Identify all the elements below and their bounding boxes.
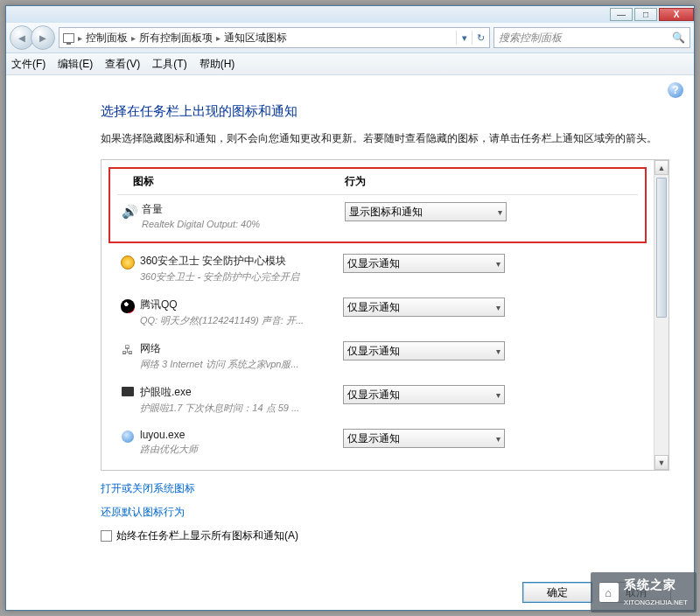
icon-list: 图标 行为 🔊 音量 Realtek Digital Output: 40% 显… (102, 160, 654, 470)
content-area: ? 选择在任务栏上出现的图标和通知 如果选择隐藏图标和通知，则不会向您通知更改和… (6, 75, 694, 610)
computer-icon (63, 33, 74, 43)
row-name: luyou.exe (140, 429, 343, 441)
address-dropdown-icon[interactable]: ▾ (456, 31, 470, 45)
list-row: 🖧 网络 网络 3 Internet 访问 系统之家vpn服... 仅显示通知 (116, 334, 640, 378)
list-header: 图标 行为 (117, 174, 638, 195)
behavior-select[interactable]: 显示图标和通知 (345, 202, 507, 221)
breadcrumb-seg[interactable]: 所有控制面板项 (139, 31, 213, 46)
row-name: 音量 (142, 202, 345, 217)
behavior-select[interactable]: 仅显示通知 (343, 254, 505, 273)
breadcrumb-seg[interactable]: 通知区域图标 (224, 31, 287, 46)
row-name: 护眼啦.exe (140, 385, 343, 400)
link-restore-defaults[interactable]: 还原默认图标行为 (101, 505, 669, 520)
always-show-checkbox[interactable] (101, 530, 112, 542)
search-input[interactable]: 搜索控制面板 🔍 (494, 27, 690, 48)
scroll-down-button[interactable]: ▼ (654, 455, 668, 470)
breadcrumb-seg[interactable]: 控制面板 (86, 31, 128, 46)
forward-button[interactable]: ► (31, 25, 55, 50)
control-panel-window: — □ X ◄ ► ▸ 控制面板 ▸ 所有控制面板项 ▸ 通知区域图标 ▾ ↻ … (5, 5, 695, 611)
breadcrumb-sep-icon: ▸ (78, 33, 82, 43)
page-title: 选择在任务栏上出现的图标和通知 (101, 103, 669, 120)
eyecare-icon (122, 387, 134, 396)
help-icon[interactable]: ? (668, 82, 683, 98)
list-row: 腾讯QQ QQ: 明天夕然(1124241149) 声音: 开... 仅显示通知 (116, 290, 640, 334)
list-row: 🔊 音量 Realtek Digital Output: 40% 显示图标和通知 (117, 195, 638, 236)
icon-list-frame: 图标 行为 🔊 音量 Realtek Digital Output: 40% 显… (101, 159, 669, 471)
navigation-bar: ◄ ► ▸ 控制面板 ▸ 所有控制面板项 ▸ 通知区域图标 ▾ ↻ 搜索控制面板… (6, 23, 694, 53)
watermark-icon: ⌂ (599, 583, 619, 602)
links-section: 打开或关闭系统图标 还原默认图标行为 (101, 481, 669, 520)
row-name: 360安全卫士 安全防护中心模块 (140, 254, 343, 269)
row-name: 网络 (140, 341, 343, 356)
address-bar[interactable]: ▸ 控制面板 ▸ 所有控制面板项 ▸ 通知区域图标 ▾ ↻ (59, 27, 490, 48)
search-placeholder: 搜索控制面板 (499, 31, 562, 46)
behavior-select[interactable]: 仅显示通知 (343, 385, 505, 404)
maximize-button[interactable]: □ (634, 8, 657, 21)
row-subtitle: 路由优化大师 (140, 443, 332, 456)
breadcrumb-sep-icon: ▸ (131, 33, 136, 43)
col-icon-header: 图标 (117, 174, 345, 189)
qq-icon (121, 299, 135, 313)
network-icon: 🖧 (122, 343, 134, 357)
menu-help[interactable]: 帮助(H) (200, 57, 235, 72)
list-row: 护眼啦.exe 护眼啦1.7 下次休息时间：14 点 59 ... 仅显示通知 (116, 378, 640, 422)
row-subtitle: 护眼啦1.7 下次休息时间：14 点 59 ... (140, 402, 332, 415)
behavior-select[interactable]: 仅显示通知 (343, 341, 505, 360)
menu-bar: 文件(F) 编辑(E) 查看(V) 工具(T) 帮助(H) (6, 53, 694, 75)
scroll-up-button[interactable]: ▲ (654, 160, 668, 175)
highlighted-section: 图标 行为 🔊 音量 Realtek Digital Output: 40% 显… (108, 167, 647, 243)
behavior-select[interactable]: 仅显示通知 (343, 429, 505, 448)
list-row: luyou.exe 路由优化大师 仅显示通知 (116, 422, 640, 463)
menu-tools[interactable]: 工具(T) (152, 57, 186, 72)
always-show-row: 始终在任务栏上显示所有图标和通知(A) (101, 528, 669, 543)
page-description: 如果选择隐藏图标和通知，则不会向您通知更改和更新。若要随时查看隐藏的图标，请单击… (101, 130, 669, 147)
list-row: 360安全卫士 安全防护中心模块 360安全卫士 - 安全防护中心完全开启 仅显… (116, 247, 640, 290)
nav-buttons: ◄ ► (10, 25, 55, 50)
scroll-thumb[interactable] (656, 178, 667, 318)
titlebar: — □ X (6, 6, 694, 23)
luyou-icon (122, 430, 134, 443)
breadcrumb-sep-icon: ▸ (216, 33, 220, 43)
behavior-select[interactable]: 仅显示通知 (343, 298, 505, 317)
col-action-header: 行为 (345, 174, 638, 189)
menu-view[interactable]: 查看(V) (105, 57, 140, 72)
row-subtitle: Realtek Digital Output: 40% (142, 219, 334, 229)
minimize-button[interactable]: — (610, 8, 633, 21)
watermark-text: 系统之家 (624, 578, 676, 592)
row-name: 腾讯QQ (140, 298, 343, 312)
row-subtitle: 360安全卫士 - 安全防护中心完全开启 (140, 270, 332, 284)
scrollbar[interactable]: ▲ ▼ (654, 160, 668, 470)
360-icon (121, 256, 135, 270)
list-row: ▪ Dszmonitor.exe (116, 463, 640, 470)
refresh-icon[interactable]: ↻ (472, 31, 486, 45)
row-subtitle: 网络 3 Internet 访问 系统之家vpn服... (140, 358, 332, 371)
row-subtitle: QQ: 明天夕然(1124241149) 声音: 开... (140, 314, 332, 327)
ok-button[interactable]: 确定 (522, 582, 592, 603)
always-show-label: 始终在任务栏上显示所有图标和通知(A) (116, 528, 298, 543)
menu-edit[interactable]: 编辑(E) (58, 57, 93, 72)
menu-file[interactable]: 文件(F) (11, 57, 46, 72)
volume-icon: 🔊 (122, 204, 138, 220)
link-system-icons[interactable]: 打开或关闭系统图标 (101, 481, 669, 496)
watermark-sub: XITONGZHIJIA.NET (624, 598, 688, 606)
search-icon[interactable]: 🔍 (672, 32, 685, 44)
close-button[interactable]: X (659, 8, 694, 21)
watermark: ⌂ 系统之家 XITONGZHIJIA.NET (591, 572, 696, 612)
